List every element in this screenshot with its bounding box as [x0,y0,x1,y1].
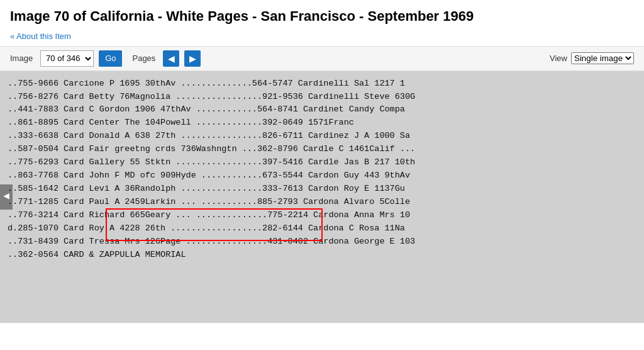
doc-line: ..731-8439 Card Tressa Mrs 126Page .....… [8,235,636,249]
pages-label: Pages [132,54,155,63]
doc-line: d.285-1070 Card Roy A 4228 26th ........… [8,222,636,235]
document-content: ..755-9666 Carcione P 1695 30thAv ......… [0,71,644,323]
view-label: View [550,54,567,63]
doc-line: ..755-9666 Carcione P 1695 30thAv ......… [8,77,636,91]
doc-line: ..776-3214 Card Richard 665Geary ... ...… [8,209,636,222]
view-selector[interactable]: Single image [571,52,634,64]
doc-line: ..775-6293 Card Gallery 55 Stktn .......… [8,156,636,169]
doc-line: ..756-8276 Card Betty 76Magnolia .......… [8,91,636,104]
doc-line: ..333-6638 Card Donald A 638 27th ......… [8,130,636,143]
next-page-button[interactable]: ▶ [184,50,201,67]
page-title: Image 70 of California - White Pages - S… [10,8,634,26]
doc-line: ..863-7768 Card John F MD ofc 909Hyde ..… [8,169,636,183]
doc-line: ..362-0564 CARD & ZAPPULLA MEMORIAL [8,249,636,262]
image-select-group: 70 of 346 [40,50,94,67]
doc-line: ..771-1285 Card Paul A 2459Larkin ... ..… [8,196,636,209]
prev-image-arrow[interactable]: ◀ [0,184,13,210]
view-section: View Single image [550,52,634,64]
page-header: Image 70 of California - White Pages - S… [0,0,644,30]
image-container: ..755-9666 Carcione P 1695 30thAv ......… [0,71,644,323]
doc-line: ..587-0504 Card Fair greetng crds 736Was… [8,143,636,156]
go-button[interactable]: Go [99,50,122,67]
doc-line: ..585-1642 Card Levi A 36Randolph ......… [8,183,636,196]
about-section: « About this Item [0,30,644,46]
page-container: Image 70 of California - White Pages - S… [0,0,644,350]
prev-page-button[interactable]: ◀ [163,50,179,67]
image-selector[interactable]: 70 of 346 [40,50,94,67]
doc-line: ..441-7883 Card C Gordon 1906 47thAv ...… [8,103,636,116]
image-label: Image [10,54,33,63]
doc-line: ..861-8895 Card Center The 104Powell ...… [8,116,636,130]
about-link[interactable]: « About this Item [10,31,71,41]
toolbar: Image 70 of 346 Go Pages ◀ ▶ View Single… [0,46,644,71]
